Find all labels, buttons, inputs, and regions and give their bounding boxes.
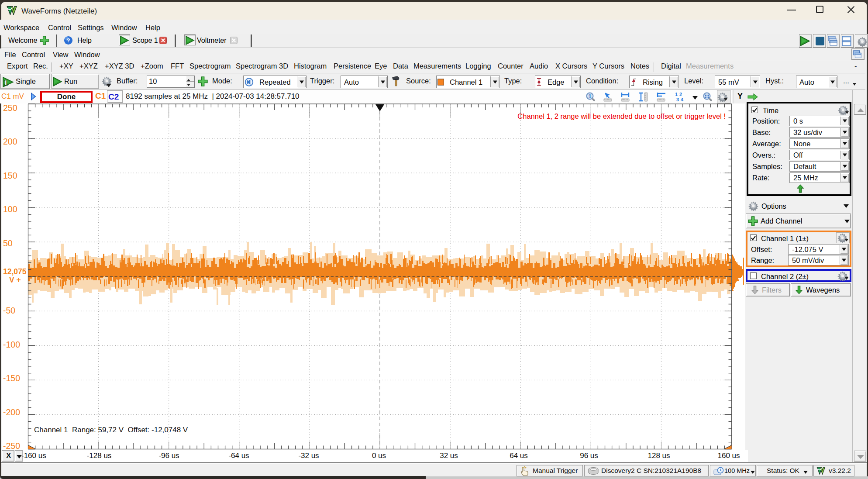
svg-text:V +: V +	[9, 276, 21, 284]
svg-text:3: 3	[676, 97, 679, 102]
svg-text:1: 1	[589, 93, 592, 100]
svg-text:-200: -200	[3, 407, 20, 417]
svg-text:-100: -100	[3, 340, 20, 349]
svg-text:?: ?	[66, 37, 70, 44]
svg-text:-250: -250	[3, 441, 20, 450]
svg-text:50: 50	[3, 238, 13, 248]
svg-text:200: 200	[3, 137, 17, 146]
svg-text:2: 2	[679, 92, 682, 97]
svg-text:1: 1	[675, 92, 678, 97]
svg-text:-150: -150	[3, 373, 20, 383]
svg-text:-50: -50	[3, 306, 15, 315]
svg-text:Channel 1, 2 range will be ext: Channel 1, 2 range will be extended due …	[517, 112, 726, 120]
svg-text:12,075: 12,075	[3, 267, 27, 276]
svg-text:150: 150	[3, 171, 17, 180]
svg-text:250: 250	[3, 103, 17, 113]
svg-text:1: 1	[4, 79, 8, 87]
svg-text:4: 4	[681, 97, 684, 102]
svg-text:100: 100	[3, 204, 17, 214]
svg-text:Channel 1 Range: 59,72 V Off: Channel 1 Range: 59,72 V Offset: -12,074…	[34, 426, 188, 434]
